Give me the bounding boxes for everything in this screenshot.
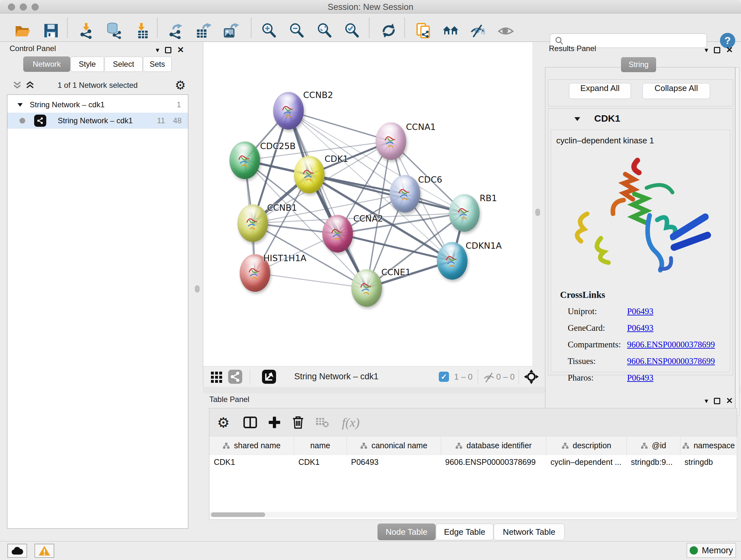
collapse-panel-icon[interactable]: ▾ [704, 397, 708, 405]
close-panel-icon[interactable]: ✕ [726, 396, 733, 406]
table-cell[interactable]: CDK1 [294, 455, 347, 469]
table-cell[interactable]: stringdb [680, 455, 737, 469]
gene-description: cyclin–dependent kinase 1 [556, 136, 654, 145]
tab-edge-table[interactable]: Edge Table [436, 523, 493, 540]
save-session-icon[interactable] [42, 22, 60, 40]
network-node-ccnb1[interactable] [238, 204, 268, 242]
network-node-cdkn1a[interactable] [437, 242, 468, 280]
table-cell[interactable]: cyclin–dependent ... [546, 455, 626, 469]
show-columns-icon[interactable] [242, 414, 259, 431]
table-options-gear-icon[interactable]: ⚙ [215, 414, 232, 431]
close-panel-icon[interactable]: ✕ [726, 45, 733, 55]
network-share-icon[interactable] [226, 368, 244, 386]
column-header-canonical-name[interactable]: canonical name [347, 437, 441, 455]
hide-selected-icon[interactable] [469, 22, 487, 40]
tab-node-table[interactable]: Node Table [378, 523, 435, 540]
column-header--id[interactable]: @id [626, 437, 680, 455]
selected-checkbox-icon[interactable]: ✓ [439, 372, 449, 382]
column-network-icon [360, 442, 367, 449]
network-edge[interactable] [338, 234, 452, 261]
expand-collapse-box: Expand All Collapse All [548, 79, 733, 106]
tab-style[interactable]: Style [71, 57, 104, 72]
table-row[interactable]: CDK1CDK1P064939606.ENSP00000378699cyclin… [209, 455, 737, 469]
right-splitter-grip[interactable] [536, 209, 540, 216]
column-header-database-identifier[interactable]: database identifier [441, 437, 546, 455]
zoom-in-icon[interactable] [260, 22, 278, 40]
network-node-cdc6[interactable] [390, 175, 420, 212]
crosslink-link[interactable]: P06493 [627, 307, 654, 316]
add-column-icon[interactable] [266, 414, 283, 431]
import-table-file-icon[interactable] [132, 22, 150, 40]
close-panel-icon[interactable]: ✕ [177, 45, 184, 55]
network-collection-label: String Network – cdk1 [30, 100, 105, 109]
network-collection-row[interactable]: String Network – cdk1 1 [7, 97, 188, 113]
table-cell[interactable]: stringdb:9... [626, 455, 680, 469]
network-node-cdk1[interactable] [294, 156, 325, 193]
float-panel-icon[interactable] [714, 47, 720, 53]
network-node-ccna2[interactable] [322, 215, 353, 253]
export-view-icon[interactable] [260, 368, 278, 386]
first-neighbors-icon[interactable] [442, 22, 460, 40]
network-node-cdc25b[interactable] [229, 141, 260, 179]
left-splitter-grip[interactable] [195, 286, 199, 293]
clone-network-icon[interactable] [414, 22, 432, 40]
float-panel-icon[interactable] [165, 47, 172, 53]
tab-sets[interactable]: Sets [143, 57, 172, 72]
crosslink-row: Compartments:9606.ENSP00000378699 [568, 337, 727, 354]
zoom-fit-icon[interactable] [316, 22, 333, 40]
export-network-icon[interactable] [167, 22, 185, 40]
tab-network-table[interactable]: Network Table [494, 523, 564, 540]
crosslink-link[interactable]: 9606.ENSP00000378699 [627, 356, 715, 366]
expand-all-button[interactable]: Expand All [569, 83, 631, 99]
tab-string[interactable]: String [621, 57, 656, 72]
network-node-ccne1[interactable] [351, 269, 382, 307]
crosslink-link[interactable]: P06493 [627, 323, 654, 333]
tab-select[interactable]: Select [105, 57, 143, 72]
network-node-ccna1[interactable] [376, 122, 406, 160]
table-cell[interactable]: CDK1 [209, 455, 294, 469]
column-header-description[interactable]: description [546, 437, 626, 455]
delete-table-icon[interactable] [314, 414, 331, 431]
open-file-icon[interactable] [13, 22, 31, 40]
birdseye-grid-icon[interactable] [208, 368, 226, 386]
network-node-rb1[interactable] [449, 194, 480, 232]
network-edge[interactable] [255, 273, 367, 288]
collapse-panel-icon[interactable]: ▾ [156, 46, 159, 54]
export-image-icon[interactable] [222, 22, 240, 40]
table-horizontal-scrollbar[interactable] [210, 512, 737, 517]
network-canvas[interactable]: CCNB2CCNA1CDC25BCDK1CDC6RB1CCNB1CCNA2CDK… [203, 42, 532, 366]
crosslink-link[interactable]: 9606.ENSP00000378699 [627, 340, 715, 350]
column-header-namespace[interactable]: namespace [680, 437, 737, 455]
collapse-all-button[interactable]: Collapse All [643, 83, 710, 99]
results-scrollbar[interactable] [735, 67, 739, 416]
import-network-database-icon[interactable] [105, 22, 123, 40]
tab-network[interactable]: Network [23, 57, 70, 72]
cloud-status-button[interactable] [7, 544, 27, 558]
table-cell[interactable]: 9606.ENSP00000378699 [441, 455, 546, 469]
warnings-button[interactable] [35, 544, 54, 558]
show-all-eye-icon[interactable] [497, 22, 515, 40]
collapse-entry-icon[interactable] [574, 116, 581, 121]
collapse-panel-icon[interactable]: ▾ [704, 46, 708, 54]
memory-button[interactable]: Memory [687, 543, 736, 558]
network-node-ccnb2[interactable] [273, 92, 304, 130]
network-edge[interactable] [288, 111, 391, 141]
gene-entry-header[interactable]: CDK1 [548, 109, 733, 128]
network-options-gear-icon[interactable]: ⚙ [175, 78, 186, 92]
table-cell[interactable]: P06493 [347, 455, 441, 469]
export-table-icon[interactable] [194, 22, 212, 40]
float-panel-icon[interactable] [714, 398, 720, 404]
import-network-file-icon[interactable] [77, 22, 95, 40]
network-row-selected[interactable]: String Network – cdk1 11 48 [7, 113, 188, 129]
zoom-out-icon[interactable] [288, 22, 306, 40]
crosslink-link[interactable]: P06493 [627, 373, 654, 383]
column-header-shared-name[interactable]: shared name [209, 437, 294, 455]
function-builder-icon[interactable]: f(x) [336, 414, 365, 431]
fit-content-crosshair-icon[interactable] [522, 368, 540, 386]
zoom-selected-icon[interactable] [343, 22, 361, 40]
delete-column-icon[interactable] [290, 414, 307, 431]
column-header-name[interactable]: name [294, 437, 347, 455]
network-icon [34, 115, 46, 127]
apply-layout-icon[interactable] [380, 22, 398, 40]
status-bar: Memory [0, 541, 741, 560]
